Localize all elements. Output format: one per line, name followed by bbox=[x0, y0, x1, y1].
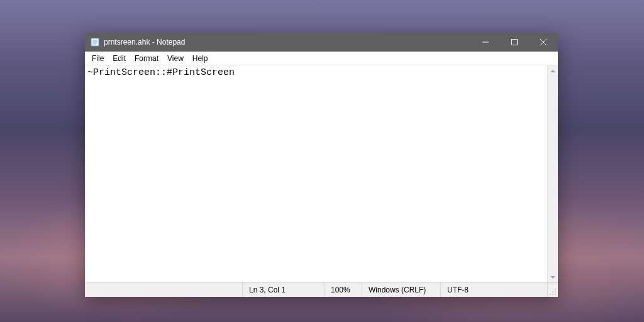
resize-grip-icon[interactable] bbox=[547, 283, 558, 297]
menu-help[interactable]: Help bbox=[188, 53, 213, 64]
vertical-scrollbar[interactable] bbox=[547, 65, 558, 282]
svg-point-12 bbox=[552, 291, 553, 292]
svg-point-16 bbox=[555, 294, 556, 295]
svg-point-14 bbox=[550, 294, 551, 295]
menubar: File Edit Format View Help bbox=[85, 52, 558, 65]
menu-edit[interactable]: Edit bbox=[108, 53, 130, 64]
minimize-button[interactable] bbox=[471, 33, 500, 52]
scroll-down-icon[interactable] bbox=[548, 272, 558, 282]
status-blank bbox=[85, 283, 242, 297]
svg-rect-6 bbox=[512, 40, 518, 45]
notepad-icon bbox=[90, 37, 100, 47]
statusbar: Ln 3, Col 1 100% Windows (CRLF) UTF-8 bbox=[85, 282, 558, 297]
svg-point-15 bbox=[552, 294, 553, 295]
svg-marker-9 bbox=[550, 70, 555, 72]
maximize-button[interactable] bbox=[500, 33, 529, 52]
editor-area: ~PrintScreen::#PrintScreen bbox=[85, 65, 558, 282]
status-zoom: 100% bbox=[324, 283, 362, 297]
text-editor[interactable]: ~PrintScreen::#PrintScreen bbox=[85, 65, 547, 282]
status-encoding: UTF-8 bbox=[440, 283, 547, 297]
scroll-up-icon[interactable] bbox=[548, 65, 558, 76]
window-title: prntsreen.ahk - Notepad bbox=[104, 38, 185, 47]
scroll-track[interactable] bbox=[548, 76, 558, 272]
status-cursor-position: Ln 3, Col 1 bbox=[242, 283, 324, 297]
svg-point-13 bbox=[555, 291, 556, 292]
notepad-window: prntsreen.ahk - Notepad File Edit Format… bbox=[85, 33, 558, 297]
status-line-ending: Windows (CRLF) bbox=[362, 283, 440, 297]
close-button[interactable] bbox=[529, 33, 558, 52]
menu-format[interactable]: Format bbox=[130, 53, 163, 64]
svg-rect-0 bbox=[91, 38, 99, 46]
menu-file[interactable]: File bbox=[87, 53, 108, 64]
menu-view[interactable]: View bbox=[163, 53, 188, 64]
svg-marker-10 bbox=[550, 276, 555, 279]
titlebar[interactable]: prntsreen.ahk - Notepad bbox=[85, 33, 558, 52]
svg-point-11 bbox=[555, 289, 556, 290]
